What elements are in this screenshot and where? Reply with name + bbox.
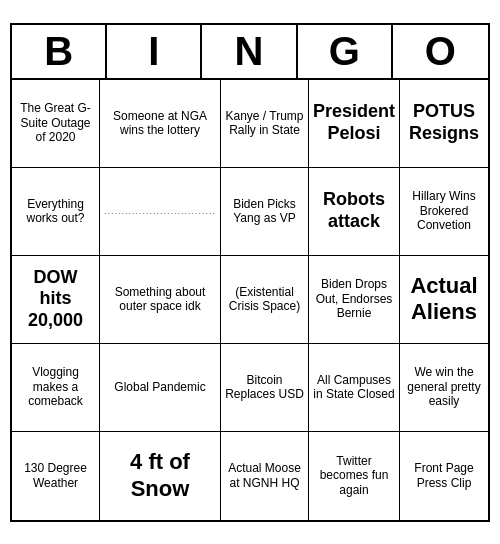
cell-text: All Campuses in State Closed <box>313 373 395 402</box>
bingo-cell: Robots attack <box>309 168 400 256</box>
cell-text: 130 Degree Weather <box>16 461 95 490</box>
bingo-cell: Front Page Press Clip <box>400 432 488 520</box>
bingo-cell: Biden Drops Out, Endorses Bernie <box>309 256 400 344</box>
bingo-cell: Someone at NGA wins the lottery <box>100 80 221 168</box>
bingo-cell: Actual Moose at NGNH HQ <box>221 432 309 520</box>
header-letter: B <box>12 25 107 78</box>
cell-text: Front Page Press Clip <box>404 461 484 490</box>
cell-text: DOW hits 20,000 <box>16 267 95 332</box>
bingo-header: BINGO <box>12 25 488 80</box>
bingo-cell: Twitter becomes fun again <box>309 432 400 520</box>
cell-text: Something about outer space idk <box>104 285 216 314</box>
cell-text: We win the general pretty easily <box>404 365 484 408</box>
bingo-cell: Global Pandemic <box>100 344 221 432</box>
cell-text: Global Pandemic <box>104 380 216 394</box>
cell-text: The Great G-Suite Outage of 2020 <box>16 101 95 144</box>
bingo-cell: Kanye / Trump Rally in State <box>221 80 309 168</box>
cell-text: President Pelosi <box>313 101 395 144</box>
bingo-cell: President Pelosi <box>309 80 400 168</box>
cell-text: ................................ <box>104 206 216 217</box>
bingo-cell: Vlogging makes a comeback <box>12 344 100 432</box>
cell-text: Actual Aliens <box>404 273 484 326</box>
cell-text: Hillary Wins Brokered Convetion <box>404 189 484 232</box>
bingo-grid: The Great G-Suite Outage of 2020Someone … <box>12 80 488 520</box>
bingo-cell: The Great G-Suite Outage of 2020 <box>12 80 100 168</box>
cell-text: Robots attack <box>313 189 395 232</box>
cell-text: POTUS Resigns <box>404 101 484 144</box>
bingo-cell: We win the general pretty easily <box>400 344 488 432</box>
bingo-cell: 4 ft of Snow <box>100 432 221 520</box>
header-letter: I <box>107 25 202 78</box>
header-letter: O <box>393 25 488 78</box>
cell-text: Biden Drops Out, Endorses Bernie <box>313 277 395 320</box>
cell-text: Vlogging makes a comeback <box>16 365 95 408</box>
bingo-cell: Actual Aliens <box>400 256 488 344</box>
bingo-card: BINGO The Great G-Suite Outage of 2020So… <box>10 23 490 522</box>
bingo-cell: POTUS Resigns <box>400 80 488 168</box>
bingo-cell: (Existential Crisis Space) <box>221 256 309 344</box>
header-letter: G <box>298 25 393 78</box>
cell-text: Biden Picks Yang as VP <box>225 197 304 226</box>
bingo-cell: All Campuses in State Closed <box>309 344 400 432</box>
cell-text: Someone at NGA wins the lottery <box>104 109 216 138</box>
cell-text: Everything works out? <box>16 197 95 226</box>
bingo-cell: Hillary Wins Brokered Convetion <box>400 168 488 256</box>
cell-text: Actual Moose at NGNH HQ <box>225 461 304 490</box>
cell-text: Twitter becomes fun again <box>313 454 395 497</box>
bingo-cell: Something about outer space idk <box>100 256 221 344</box>
cell-text: Bitcoin Replaces USD <box>225 373 304 402</box>
cell-text: Kanye / Trump Rally in State <box>225 109 304 138</box>
bingo-cell: Biden Picks Yang as VP <box>221 168 309 256</box>
header-letter: N <box>202 25 297 78</box>
bingo-cell: Bitcoin Replaces USD <box>221 344 309 432</box>
cell-text: 4 ft of Snow <box>104 449 216 502</box>
bingo-cell: ................................ <box>100 168 221 256</box>
bingo-cell: DOW hits 20,000 <box>12 256 100 344</box>
cell-text: (Existential Crisis Space) <box>225 285 304 314</box>
bingo-cell: Everything works out? <box>12 168 100 256</box>
bingo-cell: 130 Degree Weather <box>12 432 100 520</box>
